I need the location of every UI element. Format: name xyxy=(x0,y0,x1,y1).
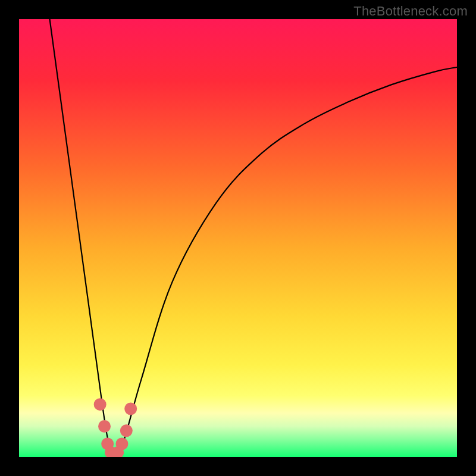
marker-dot xyxy=(120,424,133,437)
marker-dot xyxy=(115,437,128,450)
marker-dot xyxy=(94,398,107,411)
curve-markers xyxy=(94,398,137,457)
plot-area xyxy=(19,19,457,457)
watermark-text: TheBottleneck.com xyxy=(353,4,468,19)
curve-layer xyxy=(19,19,457,457)
marker-dot xyxy=(98,420,111,433)
chart-frame: TheBottleneck.com xyxy=(0,0,476,476)
bottleneck-curve xyxy=(50,19,457,457)
marker-dot xyxy=(124,403,137,415)
